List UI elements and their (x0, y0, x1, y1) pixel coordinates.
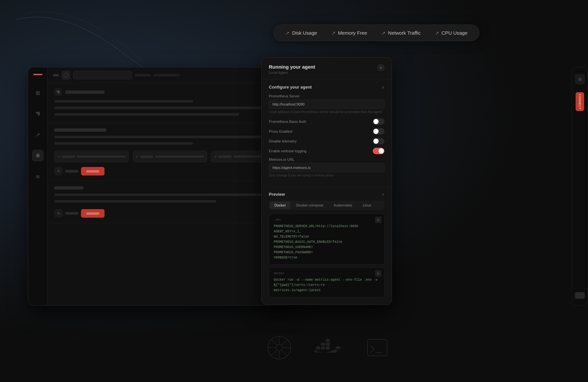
sidebar-item-trend[interactable]: ↗ (32, 129, 44, 141)
svg-line-18 (282, 340, 287, 345)
section-1-header (54, 88, 286, 96)
sidebar-item-settings[interactable] (32, 150, 44, 161)
svg-point-7 (58, 92, 59, 93)
metric-icon-1: ↗ (57, 155, 60, 158)
pill-memory-free[interactable]: ↗ Memory Free (325, 27, 374, 38)
svg-point-2 (38, 112, 40, 113)
topbar-search[interactable] (73, 71, 132, 79)
right-panel-icon-1[interactable]: ⊞ (575, 74, 585, 84)
right-panel-footer (575, 292, 585, 299)
verbose-label: Enable verbose logging (269, 149, 306, 153)
edit-btn[interactable]: ✎ (54, 167, 63, 175)
proxy-enabled-label: Proxy Enabled (269, 129, 292, 133)
tab-docker[interactable]: Docker (270, 202, 290, 209)
config-section-header: Configure your agent ∧ (269, 85, 384, 90)
basic-auth-label: Prometheus Basic Auth (269, 120, 306, 124)
stop-btn-2[interactable] (81, 209, 105, 218)
preview-tabs: Docker Docker-compose Kubernetes Linux (269, 201, 384, 210)
content-block-4 (54, 136, 286, 138)
sidebar-item-network[interactable]: ≋ (32, 171, 44, 182)
metrices-url-value[interactable]: https://agent.metrices.io (269, 163, 384, 172)
env-code-block: .env PROMETHEUS_SERVER_URL=http://localh… (269, 214, 384, 265)
metric-icon-3: ↗ (214, 155, 217, 158)
metric-icon-2: ↗ (136, 155, 138, 158)
svg-line-19 (271, 350, 277, 356)
section-2-content (54, 136, 286, 147)
svg-point-0 (36, 112, 38, 113)
modal-header: Running your agent Local Agent × (262, 58, 392, 79)
basic-auth-row: Prometheus Basic Auth (269, 118, 384, 125)
basic-auth-thumb (373, 119, 379, 124)
content-block-5 (54, 142, 193, 145)
tab-linux[interactable]: Linux (358, 202, 376, 209)
tab-kubernetes[interactable]: Kubernetes (329, 202, 357, 209)
modal-title: Running your agent (269, 64, 315, 70)
svg-rect-23 (321, 343, 325, 346)
pill-network-traffic-label: Network Traffic (388, 30, 421, 36)
action-label-2 (65, 212, 78, 215)
section-1-content (54, 100, 286, 118)
svg-rect-20 (316, 346, 320, 349)
telemetry-row: Disable telemetry (269, 138, 384, 144)
metric-label-2 (140, 156, 153, 158)
edit-btn-2[interactable]: ✎ (54, 209, 63, 218)
stop-btn-2-label (86, 212, 99, 215)
telemetry-label: Disable telemetry (269, 139, 297, 143)
config-chevron-icon: ∧ (382, 85, 384, 90)
modal-close-btn[interactable]: × (377, 64, 384, 71)
svg-rect-24 (326, 343, 330, 346)
proxy-enabled-toggle[interactable] (373, 128, 384, 135)
content-block-6 (54, 193, 286, 196)
kubernetes-icon (265, 333, 294, 362)
sidebar-item-graph[interactable] (32, 108, 44, 120)
metrices-url-hint: Only change if you are using a reverse p… (269, 174, 384, 177)
metric-label-1 (62, 156, 75, 158)
pill-disk-usage[interactable]: ↗ Disk Usage (279, 27, 324, 38)
telemetry-toggle[interactable] (373, 138, 384, 144)
tab-docker-compose[interactable]: Docker-compose (292, 202, 328, 209)
basic-auth-toggle[interactable] (373, 118, 384, 125)
preview-section-title: Preview (269, 192, 285, 197)
section-3-header (54, 186, 286, 190)
metric-bar-2 (155, 156, 204, 158)
section-1-icon (54, 88, 62, 96)
section-2: ↗ ↗ ↗ ✎ (48, 123, 292, 181)
pill-cpu-usage[interactable]: ↗ CPU Usage (429, 27, 474, 38)
docker-block-label: docker (274, 272, 380, 275)
pill-disk-usage-icon: ↗ (286, 30, 289, 36)
metric-card-1: ↗ (54, 151, 129, 162)
metrics-row: ↗ ↗ ↗ (54, 151, 286, 162)
svg-point-8 (58, 91, 59, 92)
config-section-title: Configure your agent (269, 85, 312, 90)
content-block-1 (54, 100, 193, 103)
metrices-url-field: Metrices.io URL https://agent.metrices.i… (269, 158, 384, 177)
verbose-toggle[interactable] (373, 148, 384, 154)
proxy-enabled-thumb (373, 129, 379, 134)
sidebar-logo (33, 74, 42, 75)
sidebar: ⊞ ↗ ≋ (28, 67, 48, 305)
stop-btn[interactable] (81, 167, 105, 175)
metric-card-2: ↗ (133, 151, 207, 162)
metric-bar-3 (234, 156, 264, 158)
docker-icon (314, 333, 343, 362)
dash-topbar (48, 67, 292, 83)
docker-code-block: docker docker run -d --name metrics-agen… (269, 267, 384, 297)
config-section: Configure your agent ∧ Prometheus Server… (262, 79, 392, 187)
topbar-label-2 (154, 74, 180, 76)
docker-copy-btn[interactable]: ⎘ (375, 270, 382, 277)
prometheus-server-hint: Local address of your Prometheus server … (269, 110, 384, 114)
terminal-icon (363, 333, 392, 362)
section-3: ✎ (48, 181, 292, 223)
dashboard-window: ⊞ ↗ ≋ (28, 67, 292, 306)
env-copy-btn[interactable]: ⎘ (375, 217, 382, 223)
pill-cpu-usage-icon: ↗ (435, 30, 439, 36)
pill-network-traffic[interactable]: ↗ Network Traffic (375, 27, 427, 38)
prometheus-server-value[interactable]: http://localhost:9090 (269, 100, 384, 109)
right-panel-cta[interactable]: CONNECT (576, 92, 584, 111)
content-block-2 (54, 107, 286, 109)
sidebar-item-home[interactable]: ⊞ (32, 87, 44, 99)
docker-block-content: docker run -d --name metrics-agent --env… (274, 277, 380, 293)
content-block-7 (54, 200, 216, 203)
right-panel: ⊞ CONNECT (572, 67, 588, 306)
pill-memory-free-icon: ↗ (332, 30, 335, 36)
